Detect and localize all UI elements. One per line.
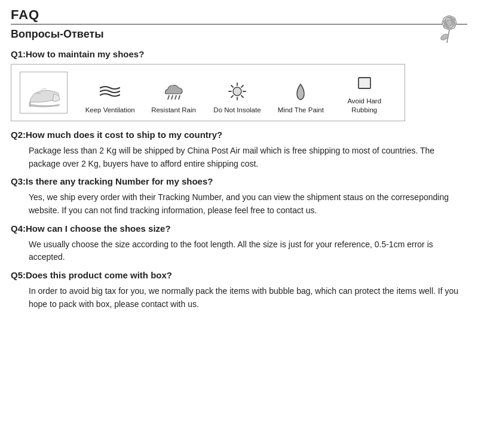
care-rubbing: Avoid Hard Rubbing [338,70,391,115]
svg-line-15 [179,96,180,99]
svg-line-23 [241,85,243,87]
rain-icon [160,79,188,103]
insolate-label: Do Not Insolate [213,106,261,115]
svg-line-13 [171,96,173,99]
shoe-image-box [20,72,68,113]
rubbing-icon [350,70,379,94]
care-rain: Resistant Rain [147,79,201,115]
care-ventilation: Keep Ventilation [83,79,137,115]
care-insolate: Do Not Insolate [210,79,264,115]
rose-decoration [429,6,470,47]
ventilation-label: Keep Ventilation [85,106,135,115]
rubbing-label: Avoid Hard Rubbing [338,97,391,115]
svg-point-8 [446,20,452,26]
svg-line-14 [175,96,176,99]
question-q5: Q5:Does this product come with box? [11,270,467,280]
question-q2: Q2:How much does it cost to ship to my c… [11,130,467,140]
svg-line-21 [231,85,233,87]
question-q3: Q3:Is there any tracking Number for my s… [11,176,467,186]
care-icons-row: Keep Ventilation [78,70,396,115]
svg-rect-25 [358,78,370,88]
answer-q3: Yes, we ship every order with their Trac… [29,191,467,217]
rain-label: Resistant Rain [151,106,196,115]
care-paint: Mind The Paint [274,79,327,115]
svg-line-12 [168,96,169,99]
paint-icon [286,79,315,103]
title-divider [11,24,467,24]
ventilation-icon [96,79,124,103]
paint-label: Mind The Paint [278,106,324,115]
russian-subtitle: Вопросы-Ответы [11,28,467,41]
svg-line-24 [231,96,233,97]
page-title: FAQ [11,7,467,23]
answer-q4: We usually choose the size according to … [29,238,467,264]
care-section: Keep Ventilation [11,64,405,121]
answer-q5: In order to avoid big tax for you, we no… [29,285,467,311]
question-q4: Q4:How can I choose the shoes size? [11,223,467,234]
svg-line-22 [241,96,243,97]
svg-point-16 [233,87,241,96]
page-wrapper: FAQ Вопросы-Ответы Q1:How to maintain my… [0,0,478,326]
answer-q2: Package less than 2 Kg will be shipped b… [29,145,467,170]
question-q1: Q1:How to maintain my shoes? [11,49,467,59]
insolate-icon [223,79,252,103]
